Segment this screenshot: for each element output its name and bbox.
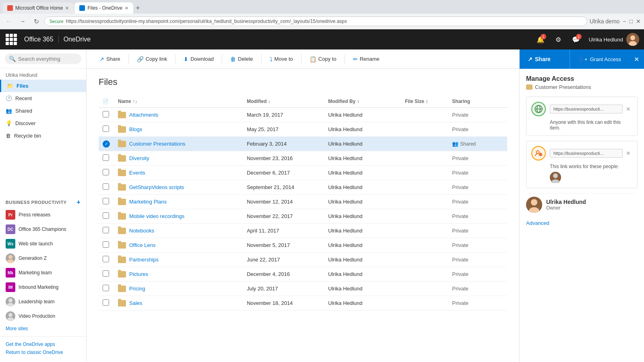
browser-tab-onedrive[interactable]: Files - OneDrive ✕ [74,2,133,14]
sidebar-item-shared[interactable]: 👥 Shared [0,105,86,117]
minimize-icon[interactable]: − [623,18,626,25]
sidebar-item-files[interactable]: 📁 Files [0,80,86,92]
sidebar-item-marketing[interactable]: Mk Marketing team [0,265,86,280]
table-row[interactable]: Pictures···December 4, 2016Ulrika Hedlun… [99,267,507,282]
settings-button[interactable]: ⚙ [552,33,565,46]
chat-button[interactable]: 💬 1 [570,33,582,46]
classic-link[interactable]: Return to classic OneDrive [6,350,80,355]
browser-tab-onedrive-close[interactable]: ✕ [125,6,128,11]
modified-header[interactable]: Modified ↓ [243,95,324,108]
table-row[interactable]: Sales···November 18, 2014Ulrika HedlundP… [99,296,507,311]
name-header[interactable]: Name ↑↓ [114,95,243,108]
sidebar-item-leadership[interactable]: Leadership team [0,294,86,309]
sidebar-item-web[interactable]: Ws Web site launch [0,237,86,251]
row-name[interactable]: Pricing [129,286,145,292]
refresh-button[interactable]: ↻ [31,16,42,27]
row-checkbox-cell[interactable]: ✓ [99,137,114,151]
browser-tab-office[interactable]: Microsoft Office Home ✕ [2,2,74,14]
row-checkbox[interactable] [103,270,109,277]
panel-close-button[interactable]: ✕ [629,49,644,69]
row-name[interactable]: Sales [129,300,142,306]
restore-icon[interactable]: □ [630,18,633,25]
close-icon[interactable]: ✕ [636,18,641,25]
row-checkbox-cell[interactable] [99,224,114,238]
get-apps-link[interactable]: Get the OneDrive apps [6,341,80,347]
rename-button[interactable]: ✏ Rename [348,53,384,65]
filesize-header[interactable]: File Size ↕ [401,95,448,108]
back-button[interactable]: ← [3,16,14,27]
row-checkbox-cell[interactable] [99,253,114,267]
table-row[interactable]: Partnerships···June 22, 2017Ulrika Hedlu… [99,253,507,267]
row-name[interactable]: Attachments [129,112,158,118]
table-row[interactable]: Events···December 6, 2017Ulrika HedlundP… [99,166,507,180]
sidebar-item-o365champions[interactable]: DC Office 365 Champions [0,222,86,237]
table-row[interactable]: ✓Customer Presentations···February 3, 20… [99,137,507,151]
row-checkbox[interactable] [103,111,109,117]
search-box[interactable]: 🔍 [5,53,81,64]
link-url-input-1[interactable] [550,105,623,113]
more-sites-link[interactable]: More sites [6,326,80,331]
row-checkbox-cell[interactable] [99,296,114,311]
row-checkbox-cell[interactable] [99,282,114,296]
sidebar-item-genz[interactable]: Generation Z [0,251,86,265]
row-name[interactable]: Office Lens [129,242,156,248]
new-tab-button[interactable]: + [136,4,140,12]
row-checkbox-cell[interactable] [99,238,114,253]
modifiedby-header[interactable]: Modified By ↕ [324,95,401,108]
row-name[interactable]: Notebooks [129,228,154,234]
row-name[interactable]: Customer Presentations [129,141,185,147]
user-menu[interactable]: Ulrika Hedlund [589,33,639,46]
move-to-button[interactable]: ⤵ Move to [265,53,298,65]
notifications-button[interactable]: 🔔 1 [534,33,547,46]
row-name[interactable]: Partnerships [129,257,159,263]
table-row[interactable]: Attachments···March 19, 2017Ulrika Hedlu… [99,108,507,122]
row-name[interactable]: Events [129,170,145,176]
app-launcher-button[interactable] [5,33,18,46]
copy-to-button[interactable]: 📋 Copy to [305,53,341,65]
row-name[interactable]: GetSharpVideos scripts [129,184,184,190]
row-checkbox-cell[interactable] [99,209,114,224]
row-name[interactable]: Diversity [129,155,149,161]
grant-access-button[interactable]: 👤+ Grant Access [570,49,629,69]
sidebar-item-inbound[interactable]: IM Inbound Marketing [0,280,86,294]
table-row[interactable]: Blogs···May 25, 2017Ulrika HedlundPrivat… [99,122,507,137]
table-row[interactable]: Pricing···July 20, 2017Ulrika HedlundPri… [99,282,507,296]
row-name[interactable]: Marketing Plans [129,199,167,205]
sidebar-item-recent[interactable]: 🕐 Recent [0,92,86,105]
row-checkbox[interactable] [103,125,109,132]
row-checkbox[interactable] [103,169,109,175]
add-site-icon[interactable]: + [76,199,80,206]
row-checkbox[interactable] [103,198,109,204]
row-name[interactable]: Pictures [129,271,148,277]
table-row[interactable]: Office Lens···November 5, 2017Ulrika Hed… [99,238,507,253]
browser-tab-office-close[interactable]: ✕ [65,6,69,11]
row-checkbox-cell[interactable] [99,151,114,166]
share-button[interactable]: ↗ Share [95,53,125,65]
table-row[interactable]: Mobile video recordings···November 22, 2… [99,209,507,224]
search-input[interactable] [18,56,77,62]
sidebar-item-video[interactable]: Video Production [0,309,86,323]
row-checkbox[interactable] [103,227,109,233]
sharing-header[interactable]: Sharing [448,95,507,108]
panel-share-button[interactable]: ↗ Share [520,49,570,69]
row-checkbox-cell[interactable] [99,180,114,195]
sidebar-item-discover[interactable]: 💡 Discover [0,117,86,130]
row-name[interactable]: Blogs [129,126,142,132]
row-checkbox-cell[interactable] [99,195,114,209]
row-checkbox-cell[interactable] [99,267,114,282]
copy-link-button[interactable]: 🔗 Copy link [132,53,172,65]
row-checkbox[interactable] [103,285,109,291]
table-row[interactable]: Marketing Plans···November 12, 2014Ulrik… [99,195,507,209]
delete-button[interactable]: 🗑 Delete [225,53,258,65]
row-name[interactable]: Mobile video recordings [129,213,184,219]
advanced-link[interactable]: Advanced [526,220,549,226]
row-checkbox-cell[interactable] [99,166,114,180]
table-row[interactable]: Notebooks···April 11, 2017Ulrika Hedlund… [99,224,507,238]
link-url-input-2[interactable] [550,149,623,158]
row-checkbox[interactable] [103,154,109,161]
forward-button[interactable]: → [17,16,28,27]
row-checkbox[interactable] [103,212,109,219]
table-row[interactable]: GetSharpVideos scripts···September 21, 2… [99,180,507,195]
table-row[interactable]: Diversity···November 23, 2016Ulrika Hedl… [99,151,507,166]
row-checkbox[interactable] [103,256,109,262]
